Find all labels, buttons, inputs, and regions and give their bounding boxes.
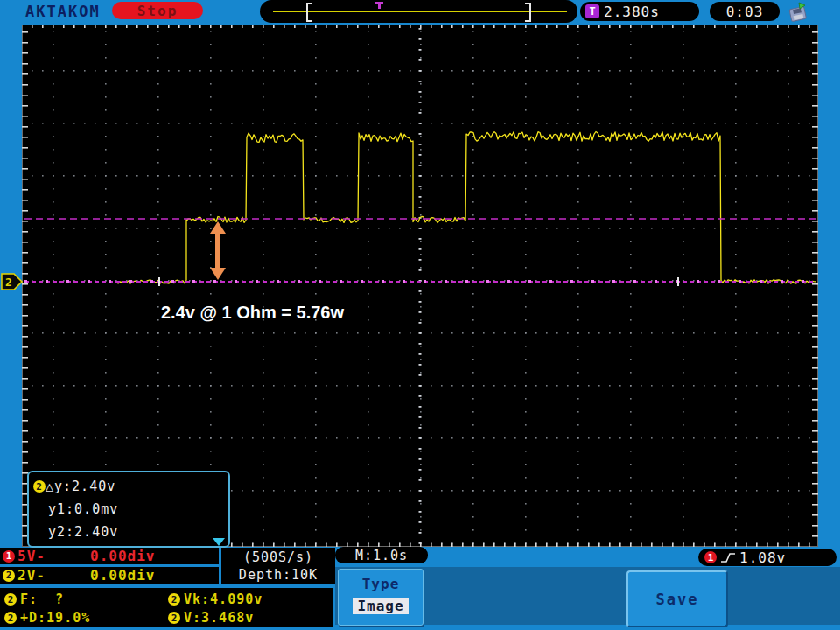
sample-rate: (500S/s) bbox=[243, 550, 313, 565]
timebase-readout: M:1.0s bbox=[335, 547, 428, 564]
rising-edge-icon bbox=[720, 551, 736, 564]
measurement-vk: 2 Vk:4.090v bbox=[168, 592, 262, 607]
window-left-bracket bbox=[306, 3, 312, 22]
delta-y-readout: △y:2.40v bbox=[46, 479, 116, 494]
clock-readout: 0:03 bbox=[710, 2, 780, 21]
acquisition-status-label: Stop bbox=[137, 3, 178, 19]
type-label: Type bbox=[362, 576, 400, 592]
channel2-scale: 2V- bbox=[18, 567, 46, 584]
type-softkey-button[interactable]: Type Image bbox=[338, 569, 424, 626]
waveform-display bbox=[22, 24, 818, 547]
trigger-level-value: 1.08v bbox=[739, 550, 786, 566]
usb-drive-icon bbox=[787, 2, 809, 23]
channel2-badge: 2 bbox=[3, 570, 15, 582]
type-value: Image bbox=[353, 598, 408, 614]
trigger-t-icon: T bbox=[585, 4, 599, 18]
measurement-frequency: 2 F: ? bbox=[4, 592, 64, 607]
trigger-position-marker-icon bbox=[375, 2, 383, 9]
acquisition-status-badge: Stop bbox=[112, 2, 203, 19]
trigger-time-readout: T 2.380s bbox=[580, 2, 699, 21]
trigger-source-badge: 1 bbox=[704, 551, 717, 564]
window-right-bracket bbox=[525, 3, 531, 22]
cursor-y1-readout: y1:0.0mv bbox=[48, 501, 118, 517]
trigger-level-readout: 1 1.08v bbox=[698, 549, 836, 566]
channel2-status-row: 2 2V- 0.00div bbox=[0, 567, 219, 584]
channel2-ground-marker: 2 bbox=[1, 273, 24, 290]
measurement-v: 2 V:3.468v bbox=[168, 610, 254, 626]
cursor-measure-box: 2 △y:2.40v y1:0.0mv y2:2.40v bbox=[27, 471, 230, 548]
brand-logo: AKTAKOM bbox=[25, 3, 101, 20]
cursor-y2-readout: y2:2.40v bbox=[48, 524, 118, 540]
measurement-readout-box: 2 F: ? 2 Vk:4.090v 2 +D:19.0% 2 V:3.468v bbox=[0, 588, 333, 627]
oscilloscope-screen: AKTAKOM Stop T 2.380s 0:03 2 2.4v @ 1 Oh… bbox=[0, 0, 840, 630]
record-length-line bbox=[273, 10, 567, 12]
graticule-and-trace bbox=[22, 24, 818, 547]
record-position-bar bbox=[260, 0, 578, 23]
channel1-offset: 0.00div bbox=[90, 548, 155, 564]
channel1-badge: 1 bbox=[3, 550, 15, 563]
channel2-offset: 0.00div bbox=[90, 567, 155, 584]
channel1-status-row: 1 5V- 0.00div bbox=[0, 548, 219, 564]
measurement-duty: 2 +D:19.0% bbox=[4, 610, 90, 626]
svg-text:2: 2 bbox=[5, 276, 12, 289]
channel1-scale: 5V- bbox=[18, 548, 46, 564]
save-button[interactable]: Save bbox=[626, 570, 728, 627]
trigger-time-value: 2.380s bbox=[604, 4, 660, 20]
power-annotation-text: 2.4v @ 1 Ohm = 5.76w bbox=[161, 303, 344, 323]
sampling-status-box: (500S/s) Depth:10K bbox=[221, 548, 335, 584]
bottom-edge-marker-icon bbox=[213, 538, 225, 546]
channel2-badge: 2 bbox=[33, 480, 46, 493]
memory-depth: Depth:10K bbox=[239, 567, 318, 583]
